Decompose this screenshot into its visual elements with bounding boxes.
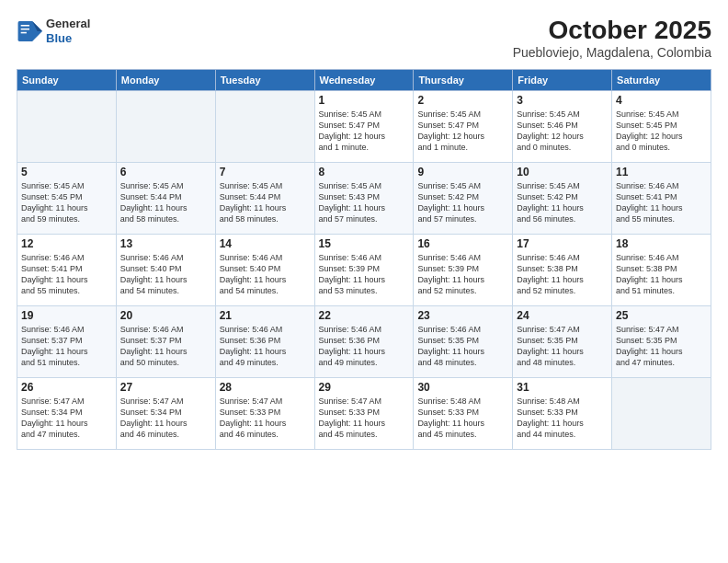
day-info: Sunrise: 5:47 AM Sunset: 5:35 PM Dayligh… [517,324,608,369]
calendar-cell [116,90,215,162]
calendar-cell: 17Sunrise: 5:46 AM Sunset: 5:38 PM Dayli… [513,234,612,305]
day-number: 20 [120,309,211,322]
day-number: 8 [319,166,410,178]
day-info: Sunrise: 5:47 AM Sunset: 5:33 PM Dayligh… [220,396,311,441]
calendar-week-row: 5Sunrise: 5:45 AM Sunset: 5:45 PM Daylig… [17,162,711,234]
day-number: 24 [517,309,608,322]
day-number: 22 [319,309,410,322]
calendar-week-row: 1Sunrise: 5:45 AM Sunset: 5:47 PM Daylig… [17,90,711,162]
day-number: 17 [517,237,608,250]
day-number: 11 [616,166,707,178]
weekday-header: Tuesday [215,69,314,90]
calendar-week-row: 26Sunrise: 5:47 AM Sunset: 5:34 PM Dayli… [17,377,711,449]
calendar-cell: 4Sunrise: 5:45 AM Sunset: 5:45 PM Daylig… [612,90,711,162]
day-info: Sunrise: 5:45 AM Sunset: 5:44 PM Dayligh… [220,180,311,225]
day-number: 9 [417,166,508,178]
calendar-cell: 31Sunrise: 5:48 AM Sunset: 5:33 PM Dayli… [513,377,612,449]
calendar-cell: 20Sunrise: 5:46 AM Sunset: 5:37 PM Dayli… [116,305,215,377]
calendar-cell: 16Sunrise: 5:46 AM Sunset: 5:39 PM Dayli… [414,234,513,305]
calendar-cell: 10Sunrise: 5:45 AM Sunset: 5:42 PM Dayli… [513,162,612,234]
day-number: 14 [220,237,311,250]
calendar-cell: 8Sunrise: 5:45 AM Sunset: 5:43 PM Daylig… [314,162,414,234]
day-info: Sunrise: 5:47 AM Sunset: 5:34 PM Dayligh… [21,396,112,441]
calendar-cell: 12Sunrise: 5:46 AM Sunset: 5:41 PM Dayli… [17,234,117,305]
calendar-page: General Blue October 2025 Puebloviejo, M… [0,0,728,563]
calendar-cell: 23Sunrise: 5:46 AM Sunset: 5:35 PM Dayli… [414,305,513,377]
day-number: 5 [21,166,112,178]
day-info: Sunrise: 5:46 AM Sunset: 5:38 PM Dayligh… [517,252,608,297]
calendar-cell [215,90,314,162]
day-number: 1 [319,94,410,107]
calendar-cell: 2Sunrise: 5:45 AM Sunset: 5:47 PM Daylig… [414,90,513,162]
calendar-cell: 1Sunrise: 5:45 AM Sunset: 5:47 PM Daylig… [314,90,414,162]
day-info: Sunrise: 5:46 AM Sunset: 5:41 PM Dayligh… [21,252,112,297]
day-number: 19 [21,309,112,322]
weekday-header: Monday [116,69,215,90]
title-block: October 2025 Puebloviejo, Magdalena, Col… [513,17,711,60]
day-info: Sunrise: 5:45 AM Sunset: 5:44 PM Dayligh… [120,180,211,225]
logo-blue: Blue [46,31,90,46]
logo: General Blue [17,17,90,45]
day-info: Sunrise: 5:46 AM Sunset: 5:40 PM Dayligh… [120,252,211,297]
day-info: Sunrise: 5:46 AM Sunset: 5:41 PM Dayligh… [616,180,707,225]
day-info: Sunrise: 5:47 AM Sunset: 5:34 PM Dayligh… [120,396,211,441]
day-info: Sunrise: 5:45 AM Sunset: 5:47 PM Dayligh… [319,109,410,154]
calendar-cell: 3Sunrise: 5:45 AM Sunset: 5:46 PM Daylig… [513,90,612,162]
svg-rect-4 [21,28,29,29]
day-info: Sunrise: 5:45 AM Sunset: 5:47 PM Dayligh… [417,109,508,154]
day-number: 4 [616,94,707,107]
day-number: 30 [417,381,508,394]
calendar-cell: 26Sunrise: 5:47 AM Sunset: 5:34 PM Dayli… [17,377,117,449]
day-info: Sunrise: 5:48 AM Sunset: 5:33 PM Dayligh… [417,396,508,441]
calendar-cell: 24Sunrise: 5:47 AM Sunset: 5:35 PM Dayli… [513,305,612,377]
calendar-cell: 6Sunrise: 5:45 AM Sunset: 5:44 PM Daylig… [116,162,215,234]
calendar-cell: 14Sunrise: 5:46 AM Sunset: 5:40 PM Dayli… [215,234,314,305]
weekday-header: Thursday [414,69,513,90]
calendar-cell: 9Sunrise: 5:45 AM Sunset: 5:42 PM Daylig… [414,162,513,234]
location: Puebloviejo, Magdalena, Colombia [513,45,711,60]
calendar-body: 1Sunrise: 5:45 AM Sunset: 5:47 PM Daylig… [17,90,711,449]
day-info: Sunrise: 5:46 AM Sunset: 5:39 PM Dayligh… [417,252,508,297]
day-number: 15 [319,237,410,250]
day-number: 26 [21,381,112,394]
day-info: Sunrise: 5:46 AM Sunset: 5:39 PM Dayligh… [319,252,410,297]
day-number: 7 [220,166,311,178]
day-number: 28 [220,381,311,394]
day-info: Sunrise: 5:46 AM Sunset: 5:38 PM Dayligh… [616,252,707,297]
day-number: 27 [120,381,211,394]
weekday-header: Friday [513,69,612,90]
calendar-cell: 29Sunrise: 5:47 AM Sunset: 5:33 PM Dayli… [314,377,414,449]
day-info: Sunrise: 5:46 AM Sunset: 5:35 PM Dayligh… [417,324,508,369]
calendar-cell: 22Sunrise: 5:46 AM Sunset: 5:36 PM Dayli… [314,305,414,377]
svg-rect-2 [18,21,33,41]
svg-rect-3 [21,25,29,27]
day-number: 16 [417,237,508,250]
calendar-cell: 30Sunrise: 5:48 AM Sunset: 5:33 PM Dayli… [414,377,513,449]
day-info: Sunrise: 5:45 AM Sunset: 5:46 PM Dayligh… [517,109,608,154]
calendar-cell: 27Sunrise: 5:47 AM Sunset: 5:34 PM Dayli… [116,377,215,449]
svg-rect-5 [21,31,27,33]
weekday-header: Saturday [612,69,711,90]
logo-general: General [46,17,90,31]
logo-icon [17,18,42,44]
day-number: 25 [616,309,707,322]
weekday-header: Sunday [17,69,117,90]
calendar-week-row: 12Sunrise: 5:46 AM Sunset: 5:41 PM Dayli… [17,234,711,305]
day-number: 3 [517,94,608,107]
day-info: Sunrise: 5:45 AM Sunset: 5:43 PM Dayligh… [319,180,410,225]
day-info: Sunrise: 5:46 AM Sunset: 5:37 PM Dayligh… [21,324,112,369]
day-info: Sunrise: 5:46 AM Sunset: 5:36 PM Dayligh… [319,324,410,369]
calendar-cell: 21Sunrise: 5:46 AM Sunset: 5:36 PM Dayli… [215,305,314,377]
day-number: 21 [220,309,311,322]
month-year: October 2025 [513,17,711,45]
day-info: Sunrise: 5:46 AM Sunset: 5:40 PM Dayligh… [220,252,311,297]
calendar-cell [612,377,711,449]
calendar-cell: 13Sunrise: 5:46 AM Sunset: 5:40 PM Dayli… [116,234,215,305]
calendar-header: SundayMondayTuesdayWednesdayThursdayFrid… [17,69,711,90]
calendar-cell [17,90,117,162]
day-info: Sunrise: 5:45 AM Sunset: 5:45 PM Dayligh… [21,180,112,225]
calendar-cell: 18Sunrise: 5:46 AM Sunset: 5:38 PM Dayli… [612,234,711,305]
day-number: 31 [517,381,608,394]
calendar-cell: 7Sunrise: 5:45 AM Sunset: 5:44 PM Daylig… [215,162,314,234]
day-info: Sunrise: 5:46 AM Sunset: 5:37 PM Dayligh… [120,324,211,369]
